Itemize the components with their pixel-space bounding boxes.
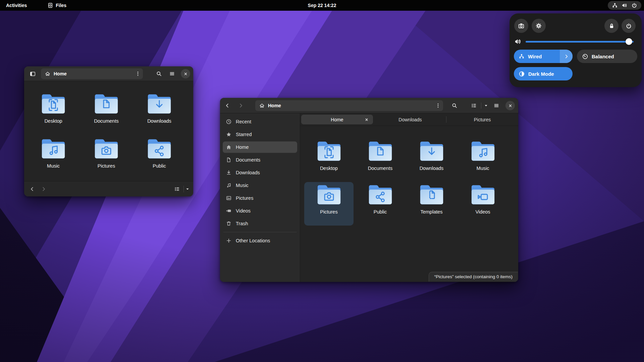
sidebar-item-label: Starred <box>236 132 252 137</box>
wired-label: Wired <box>528 54 542 59</box>
folder-music[interactable]: Music <box>458 138 507 182</box>
close-button[interactable] <box>505 101 515 110</box>
folder-music[interactable]: Music <box>28 136 78 181</box>
gear-icon <box>536 23 542 29</box>
headerbar: Home <box>24 66 193 81</box>
clock-button[interactable]: Sep 22 14:22 <box>308 0 336 11</box>
close-icon <box>183 72 188 76</box>
power-profile-toggle[interactable]: Balanced <box>577 50 637 63</box>
sidebar-item-pictures[interactable]: Pictures <box>223 192 297 204</box>
sidebar-item-videos[interactable]: Videos <box>223 205 297 217</box>
menu-button[interactable] <box>167 68 177 79</box>
lock-button[interactable] <box>604 19 619 33</box>
headerbar: Home <box>220 98 518 113</box>
settings-button[interactable] <box>532 19 546 33</box>
folder-documents[interactable]: Documents <box>81 91 131 136</box>
camera-icon <box>518 23 524 29</box>
kebab-icon <box>135 71 141 76</box>
back-button[interactable] <box>27 184 38 194</box>
network-wired-icon <box>612 3 618 8</box>
sidebar-item-home[interactable]: Home <box>223 141 297 153</box>
volume-icon <box>622 3 627 8</box>
folder-label: Documents <box>368 166 392 171</box>
folder-icon <box>93 93 119 115</box>
system-tray-button[interactable] <box>608 1 641 10</box>
volume-slider[interactable] <box>526 41 634 43</box>
close-button[interactable] <box>181 69 190 78</box>
sidebar-item-label: Downloads <box>236 170 260 175</box>
view-options-button[interactable] <box>482 100 490 111</box>
activities-button[interactable]: Activities <box>0 0 33 11</box>
sidebar-item-label: Videos <box>236 208 251 214</box>
tab-bar: HomeDownloadsPictures <box>300 113 518 126</box>
folder-public[interactable]: Public <box>134 136 184 181</box>
list-view-icon <box>174 186 180 192</box>
folder-icon <box>316 184 342 205</box>
folder-icon <box>419 184 445 205</box>
forward-button[interactable] <box>38 184 49 194</box>
path-bar[interactable]: Home <box>41 68 143 79</box>
lock-icon <box>609 23 614 29</box>
sidebar-item-downloads[interactable]: Downloads <box>223 167 297 178</box>
folder-public[interactable]: Public <box>356 182 405 226</box>
chevron-right-icon <box>238 103 244 108</box>
forward-button[interactable] <box>235 100 246 111</box>
power-button[interactable] <box>622 19 636 33</box>
tab-home[interactable]: Home <box>301 115 373 124</box>
view-options-button[interactable] <box>184 184 191 194</box>
sidebar-item-label: Pictures <box>236 195 253 201</box>
folder-desktop[interactable]: Desktop <box>28 91 78 136</box>
view-mode-button[interactable] <box>172 184 182 194</box>
sidebar-item-recent[interactable]: Recent <box>223 116 297 127</box>
caret-down-icon <box>484 104 488 108</box>
sidebar-toggle-button[interactable] <box>27 68 38 79</box>
path-bar[interactable]: Home <box>255 100 443 111</box>
folder-label: Public <box>153 163 166 169</box>
bottom-toolbar <box>24 181 193 196</box>
folder-icon <box>40 138 66 160</box>
sidebar-item-starred[interactable]: Starred <box>223 129 297 140</box>
folder-icon <box>367 184 393 205</box>
video-icon <box>226 208 231 214</box>
wired-expand-button[interactable] <box>560 50 573 63</box>
clock-icon <box>226 119 231 124</box>
folder-pictures[interactable]: Pictures <box>304 182 354 226</box>
search-button[interactable] <box>154 68 164 79</box>
search-button[interactable] <box>449 100 460 111</box>
list-view-icon <box>471 103 477 108</box>
folder-downloads[interactable]: Downloads <box>407 138 456 182</box>
volume-slider-handle[interactable] <box>626 38 632 45</box>
folder-videos[interactable]: Videos <box>458 182 507 226</box>
path-menu-button[interactable] <box>433 100 443 111</box>
music-icon <box>226 183 231 188</box>
star-icon <box>226 132 231 137</box>
chevron-left-icon <box>30 186 35 192</box>
sidebar-item-other-locations[interactable]: Other Locations <box>223 235 297 246</box>
folder-templates[interactable]: Templates <box>407 182 456 226</box>
files-app-icon <box>48 3 53 8</box>
dark-mode-toggle[interactable]: Dark Mode <box>514 67 573 80</box>
wired-toggle[interactable]: Wired <box>514 50 573 63</box>
tab-label: Downloads <box>398 117 422 122</box>
tab-close-button[interactable] <box>363 116 370 123</box>
tab-downloads[interactable]: Downloads <box>374 113 446 126</box>
dark-mode-label: Dark Mode <box>528 71 554 77</box>
folder-documents[interactable]: Documents <box>356 138 405 182</box>
sidebar-item-documents[interactable]: Documents <box>223 154 297 166</box>
menu-button[interactable] <box>491 100 502 111</box>
sidebar-item-music[interactable]: Music <box>223 180 297 191</box>
tab-label: Pictures <box>474 117 491 122</box>
view-mode-button[interactable] <box>469 100 479 111</box>
kebab-icon <box>435 103 441 108</box>
folder-downloads[interactable]: Downloads <box>134 91 184 136</box>
close-icon <box>508 104 513 108</box>
sidebar-item-trash[interactable]: Trash <box>223 218 297 229</box>
app-menu-button[interactable]: Files <box>42 0 72 11</box>
tab-pictures[interactable]: Pictures <box>446 113 518 126</box>
back-button[interactable] <box>222 100 233 111</box>
folder-pictures[interactable]: Pictures <box>81 136 131 181</box>
folder-desktop[interactable]: Desktop <box>304 138 354 182</box>
hamburger-icon <box>494 103 499 108</box>
path-menu-button[interactable] <box>133 68 143 79</box>
screenshot-button[interactable] <box>514 19 528 33</box>
